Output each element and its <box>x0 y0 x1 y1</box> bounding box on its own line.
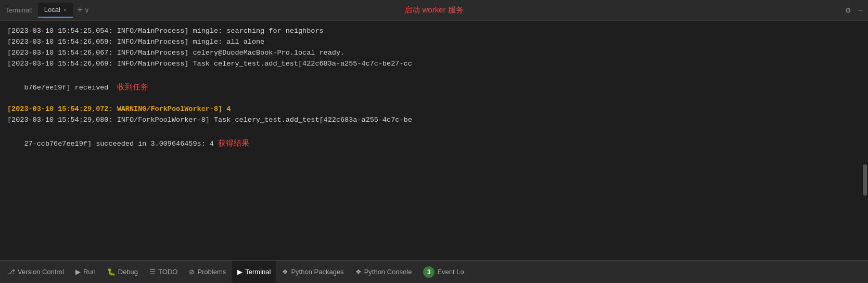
terminal-line-warning: [2023-03-10 15:54:29,072: WARNING/ForkPo… <box>7 104 861 115</box>
terminal-line: [2023-03-10 15:54:25,054: INFO/MainProce… <box>7 26 861 37</box>
run-label: Run <box>83 268 96 276</box>
event-log-badge: 3 <box>423 266 435 278</box>
terminal-status-label: Terminal <box>245 268 271 276</box>
run-icon: ▶ <box>75 268 81 276</box>
terminal-label: Terminal: <box>5 6 33 14</box>
tab-bar: Terminal: Local × + ∨ 启动 worker 服务 ⚙ — <box>0 0 868 21</box>
python-packages-icon: ❖ <box>282 268 288 276</box>
status-python-console[interactable]: ❖ Python Console <box>350 261 417 283</box>
terminal-line: [2023-03-10 15:54:26,067: INFO/MainProce… <box>7 48 861 59</box>
todo-label: TODO <box>158 268 177 276</box>
todo-icon: ☰ <box>149 268 156 276</box>
tab-right-controls: ⚙ — <box>846 5 863 16</box>
python-packages-label: Python Packages <box>291 268 343 276</box>
terminal-line: [2023-03-10 15:54:26,069: INFO/MainProce… <box>7 59 861 70</box>
problems-icon: ⊘ <box>189 268 195 276</box>
status-version-control[interactable]: ⎇ Version Control <box>2 261 69 283</box>
status-debug[interactable]: 🐛 Debug <box>102 261 143 283</box>
terminal-icon: ▶ <box>237 268 242 276</box>
status-bar: ⎇ Version Control ▶ Run 🐛 Debug ☰ TODO ⊘… <box>0 260 868 283</box>
local-tab-label: Local <box>44 6 60 14</box>
terminal-line: [2023-03-10 15:54:29,080: INFO/ForkPoolW… <box>7 115 861 126</box>
status-event-log[interactable]: 3 Event Lo <box>418 261 469 283</box>
minimize-icon[interactable]: — <box>858 6 863 15</box>
event-log-label: Event Lo <box>437 268 464 276</box>
terminal-line: [2023-03-10 15:54:26,059: INFO/MainProce… <box>7 37 861 48</box>
version-control-label: Version Control <box>18 268 64 276</box>
python-console-label: Python Console <box>364 268 412 276</box>
tab-dropdown-icon[interactable]: ∨ <box>85 6 89 15</box>
close-tab-icon[interactable]: × <box>63 7 67 13</box>
scrollbar[interactable] <box>863 164 867 196</box>
terminal-content: [2023-03-10 15:54:25,054: INFO/MainProce… <box>0 21 868 260</box>
status-python-packages[interactable]: ❖ Python Packages <box>277 261 349 283</box>
status-todo[interactable]: ☰ TODO <box>144 261 183 283</box>
debug-icon: 🐛 <box>107 268 116 276</box>
version-control-icon: ⎇ <box>7 268 15 276</box>
status-terminal[interactable]: ▶ Terminal <box>232 261 276 283</box>
debug-label: Debug <box>118 268 138 276</box>
center-annotation: 启动 worker 服务 <box>404 5 463 15</box>
problems-label: Problems <box>197 268 226 276</box>
add-tab-button[interactable]: + <box>77 6 83 15</box>
terminal-line: 27-ccb76e7ee19f] succeeded in 3.00964645… <box>7 126 861 161</box>
python-console-icon: ❖ <box>355 268 362 276</box>
status-problems[interactable]: ⊘ Problems <box>184 261 231 283</box>
status-run[interactable]: ▶ Run <box>70 261 101 283</box>
terminal-line: b76e7ee19f] received 收到任务 <box>7 70 861 105</box>
local-tab[interactable]: Local × <box>38 3 73 18</box>
settings-icon[interactable]: ⚙ <box>846 5 851 16</box>
